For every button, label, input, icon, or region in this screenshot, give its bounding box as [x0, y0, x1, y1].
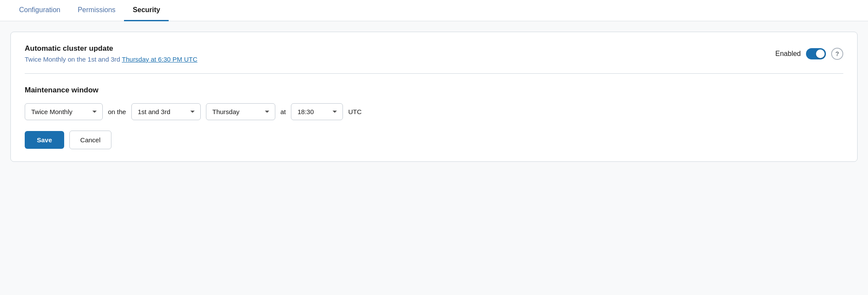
at-label: at	[281, 108, 286, 115]
settings-card: Automatic cluster update Twice Monthly o…	[10, 32, 858, 162]
cluster-update-right: Enabled ?	[775, 48, 843, 60]
utc-label: UTC	[348, 108, 362, 115]
cancel-button[interactable]: Cancel	[69, 131, 111, 149]
main-content: Automatic cluster update Twice Monthly o…	[0, 21, 868, 295]
day-select[interactable]: Monday Tuesday Wednesday Thursday Friday…	[206, 103, 275, 120]
description-prefix: Twice Monthly on the 1st and 3rd	[25, 56, 122, 63]
cluster-update-title: Automatic cluster update	[25, 44, 197, 53]
cluster-update-description: Twice Monthly on the 1st and 3rd Thursda…	[25, 56, 197, 63]
tab-security[interactable]: Security	[124, 0, 169, 21]
toggle-switch[interactable]	[806, 48, 826, 59]
maintenance-window-title: Maintenance window	[25, 86, 843, 95]
description-link[interactable]: Thursday at 6:30 PM UTC	[122, 56, 197, 63]
tab-permissions[interactable]: Permissions	[69, 0, 124, 21]
maintenance-controls: Weekly Twice Monthly Monthly on the 1st …	[25, 103, 843, 120]
buttons-row: Save Cancel	[25, 131, 843, 149]
tabs-bar: Configuration Permissions Security	[0, 0, 868, 21]
help-icon[interactable]: ?	[831, 48, 843, 60]
time-select[interactable]: 00:00 06:00 12:00 18:00 18:30 20:00	[291, 103, 343, 120]
frequency-select[interactable]: Weekly Twice Monthly Monthly	[25, 103, 103, 120]
save-button[interactable]: Save	[25, 131, 64, 149]
on-the-label: on the	[108, 108, 126, 115]
cluster-update-left: Automatic cluster update Twice Monthly o…	[25, 44, 197, 63]
occurrence-select[interactable]: 1st and 3rd 2nd and 4th	[131, 103, 201, 120]
tab-configuration[interactable]: Configuration	[10, 0, 69, 21]
cluster-update-section: Automatic cluster update Twice Monthly o…	[25, 44, 843, 74]
enabled-label: Enabled	[775, 50, 801, 58]
maintenance-section: Maintenance window Weekly Twice Monthly …	[25, 86, 843, 149]
